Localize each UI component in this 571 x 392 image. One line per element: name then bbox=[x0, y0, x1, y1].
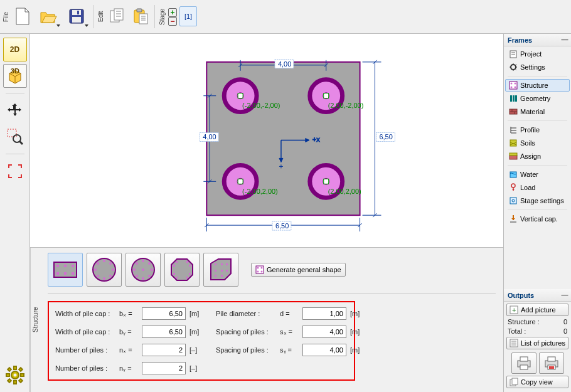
svg-point-130 bbox=[514, 87, 516, 88]
svg-line-12 bbox=[19, 141, 23, 144]
outputs-total-label: Total : bbox=[508, 327, 526, 335]
svg-rect-132 bbox=[513, 95, 515, 102]
pan-tool-button[interactable] bbox=[3, 98, 27, 122]
bottom-panel: Structure bbox=[30, 248, 503, 392]
paste-button[interactable] bbox=[129, 3, 152, 30]
input-by[interactable] bbox=[142, 326, 186, 338]
input-nx[interactable] bbox=[142, 344, 186, 356]
copy-view-button[interactable]: Copy view bbox=[506, 376, 568, 388]
svg-rect-106 bbox=[173, 273, 175, 275]
nav-item-label: Water bbox=[520, 171, 538, 178]
shape-circle-center-button[interactable] bbox=[125, 253, 161, 287]
print-buttons-row bbox=[506, 352, 568, 374]
stage-remove-button[interactable]: − bbox=[168, 17, 177, 26]
zoom-extents-button[interactable] bbox=[3, 159, 27, 183]
view-2d-button[interactable]: 2D bbox=[3, 38, 27, 61]
svg-text:3D: 3D bbox=[11, 67, 19, 75]
frames-panel-header: Frames — bbox=[504, 34, 571, 46]
svg-rect-14 bbox=[14, 366, 16, 369]
printer-icon bbox=[516, 356, 532, 371]
nav-item-stagesettings[interactable]: Stage settings bbox=[505, 194, 570, 207]
nav-item-load[interactable]: Load bbox=[505, 181, 570, 194]
nav-item-label: Soils bbox=[520, 139, 535, 147]
gear-icon bbox=[6, 366, 24, 384]
nav-item-settings[interactable]: Settings bbox=[505, 61, 570, 73]
add-picture-icon: + bbox=[510, 305, 518, 314]
list-pictures-button[interactable]: List of pictures bbox=[506, 337, 568, 349]
copy-button[interactable] bbox=[106, 3, 129, 30]
svg-rect-16 bbox=[6, 374, 9, 376]
svg-point-119 bbox=[261, 267, 263, 269]
bottom-panel-tab[interactable]: Structure bbox=[30, 248, 40, 392]
svg-rect-1 bbox=[72, 10, 81, 15]
save-file-button[interactable] bbox=[63, 3, 90, 30]
shape-circle-many-button[interactable] bbox=[87, 253, 122, 287]
input-d[interactable] bbox=[302, 307, 346, 320]
svg-rect-7 bbox=[137, 9, 142, 12]
nav-item-water[interactable]: Water bbox=[505, 168, 570, 181]
settings-gear-button[interactable] bbox=[3, 362, 27, 388]
svg-point-129 bbox=[510, 87, 512, 88]
input-sx[interactable] bbox=[302, 326, 346, 338]
label-sx: Spacing of piles : bbox=[216, 328, 276, 336]
svg-rect-147 bbox=[510, 172, 516, 177]
outputs-minimize-button[interactable]: — bbox=[561, 291, 568, 299]
label-by: Width of pile cap : bbox=[55, 328, 115, 336]
svg-point-86 bbox=[97, 275, 99, 277]
svg-text:4,00: 4,00 bbox=[203, 134, 216, 141]
stage-controls: + − bbox=[168, 3, 178, 31]
shape-octagon-button[interactable] bbox=[164, 253, 200, 287]
svg-point-148 bbox=[511, 184, 515, 188]
new-file-button[interactable] bbox=[11, 3, 34, 30]
nav-item-structure[interactable]: Structure bbox=[505, 79, 570, 92]
generate-shape-button[interactable]: Generate general shape bbox=[251, 263, 346, 277]
inputs-highlight-box: Width of pile cap : bₓ = [m] Width of pi… bbox=[48, 301, 355, 381]
input-row-d: Pile diameter : d = [m] bbox=[216, 307, 363, 320]
edit-group-label: Edit bbox=[96, 3, 105, 31]
svg-rect-116 bbox=[221, 275, 223, 277]
settings-icon bbox=[508, 63, 518, 72]
drawing-canvas[interactable]: (-2,00,-2,00) (2,00,-2,00) (-2,00,2,00) bbox=[30, 34, 503, 248]
view-3d-button[interactable]: 3D bbox=[3, 64, 27, 88]
svg-rect-17 bbox=[21, 374, 24, 376]
svg-rect-18 bbox=[8, 368, 11, 371]
nav-item-soils[interactable]: Soils bbox=[505, 137, 570, 149]
nav-item-label: Vertical cap. bbox=[520, 215, 558, 223]
stage-tab-1[interactable]: [1] bbox=[179, 6, 197, 26]
chevron-down-icon bbox=[85, 24, 88, 27]
nav-item-project[interactable]: Project bbox=[505, 48, 570, 60]
frames-title: Frames bbox=[508, 36, 532, 44]
open-file-button[interactable] bbox=[35, 3, 62, 30]
zoom-window-button[interactable] bbox=[3, 125, 27, 149]
input-ny[interactable] bbox=[142, 362, 186, 374]
svg-rect-100 bbox=[176, 261, 178, 263]
svg-point-81 bbox=[103, 260, 105, 262]
nav-item-geometry[interactable]: Geometry bbox=[505, 92, 570, 105]
geometry-icon bbox=[508, 94, 518, 103]
svg-rect-126 bbox=[510, 82, 517, 89]
shape-rect-grid-button[interactable] bbox=[48, 253, 83, 287]
print-picture-button[interactable] bbox=[539, 352, 564, 374]
nav-item-profile[interactable]: Profile bbox=[505, 124, 570, 136]
print-button[interactable] bbox=[511, 352, 536, 374]
separator bbox=[6, 93, 24, 93]
input-sy[interactable] bbox=[302, 344, 346, 356]
shape-octagon-icon bbox=[168, 256, 196, 283]
pan-arrows-icon bbox=[7, 102, 23, 119]
frames-minimize-button[interactable]: — bbox=[561, 36, 568, 43]
svg-rect-145 bbox=[510, 156, 517, 159]
label-ny: Number of piles : bbox=[55, 364, 115, 372]
sym-d: d = bbox=[280, 310, 299, 317]
svg-rect-19 bbox=[19, 368, 23, 371]
svg-point-92 bbox=[151, 268, 153, 271]
add-picture-button[interactable]: + Add picture bbox=[506, 304, 568, 316]
shape-irregular-button[interactable] bbox=[203, 253, 238, 287]
nav-item-vertcap[interactable]: Vertical cap. bbox=[505, 213, 570, 225]
nav-item-assign[interactable]: Assign bbox=[505, 150, 570, 162]
input-bx[interactable] bbox=[142, 307, 186, 320]
label-nx: Number of piles : bbox=[55, 346, 115, 354]
svg-point-85 bbox=[103, 277, 105, 280]
stage-add-button[interactable]: + bbox=[168, 8, 177, 17]
nav-item-label: Project bbox=[520, 50, 542, 58]
nav-item-material[interactable]: Material bbox=[505, 105, 570, 118]
